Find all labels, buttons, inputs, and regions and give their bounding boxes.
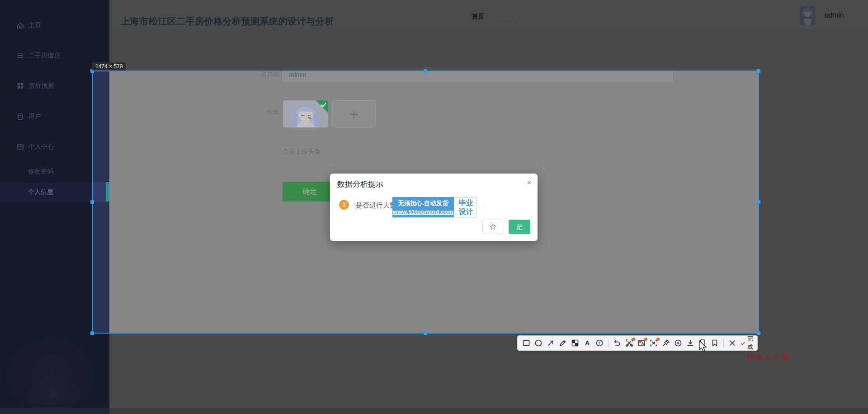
record-icon[interactable]	[674, 339, 683, 348]
notification-dot	[656, 338, 660, 341]
selection-rectangle[interactable]	[92, 71, 759, 334]
svg-text:1: 1	[598, 341, 600, 345]
selection-handle-ne[interactable]	[757, 69, 760, 73]
capture-dim-top	[0, 0, 868, 71]
screen: 主页二手房信息房价预测用户个人中心修改密码个人信息 上海市松江区二手房价格分析预…	[0, 0, 868, 414]
selection-handle-w[interactable]	[90, 200, 94, 204]
recognize-icon[interactable]	[649, 339, 658, 348]
pin-icon[interactable]	[661, 339, 670, 348]
selection-handle-s[interactable]	[424, 331, 427, 335]
pencil-icon[interactable]	[558, 339, 567, 348]
mouse-cursor	[698, 340, 708, 354]
selection-handle-e[interactable]	[757, 200, 760, 204]
bookmark-icon[interactable]	[710, 339, 719, 348]
ellipse-icon[interactable]	[534, 339, 543, 348]
step-number-icon[interactable]: 1	[595, 339, 604, 348]
selection-handle-se[interactable]	[757, 331, 760, 335]
rect-icon[interactable]	[522, 339, 531, 348]
selection-handle-sw[interactable]	[90, 331, 94, 335]
svg-text:A: A	[585, 339, 590, 347]
undo-icon[interactable]	[613, 339, 622, 348]
capture-dim-left	[0, 71, 92, 333]
toolbar-separator	[608, 339, 609, 348]
selection-handle-n[interactable]	[424, 69, 427, 73]
svg-text:A: A	[642, 341, 644, 346]
save-icon[interactable]	[686, 339, 695, 348]
text-icon[interactable]: A	[583, 339, 592, 348]
capture-dim-right	[759, 71, 868, 333]
notification-dot	[644, 338, 647, 341]
cancel-icon[interactable]	[728, 339, 737, 348]
arrow-icon[interactable]	[546, 339, 555, 348]
finish-icon[interactable]: 完成	[740, 335, 753, 351]
studio-watermark: 印象工作室	[747, 352, 790, 362]
notification-dot	[632, 338, 635, 341]
selection-size-label: 1474 × 579	[92, 62, 126, 71]
toolbar-separator	[723, 339, 724, 348]
capture-toolbar: A1A完成	[517, 335, 758, 351]
ocr-icon[interactable]: A	[637, 339, 646, 348]
crop-icon[interactable]	[625, 339, 634, 348]
finish-label: 完成	[747, 335, 753, 351]
mosaic-icon[interactable]	[571, 339, 580, 348]
